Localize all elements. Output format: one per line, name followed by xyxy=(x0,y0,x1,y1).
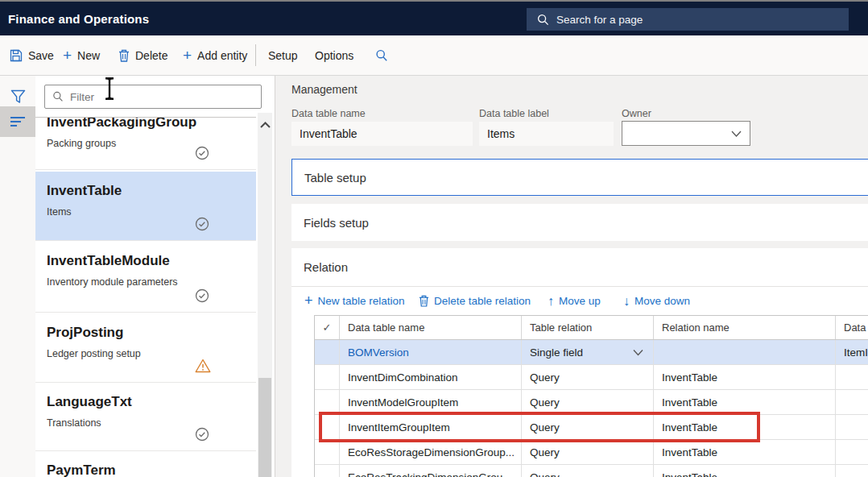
list-item-inventtable[interactable]: InventTable Items xyxy=(35,172,256,241)
status-check-icon xyxy=(195,427,209,442)
funnel-icon xyxy=(10,89,26,104)
select-all-header[interactable]: ✓ xyxy=(315,316,340,339)
page-search-placeholder: Search for a page xyxy=(556,14,643,26)
field-value-data-table-label: Items xyxy=(479,122,614,146)
entity-list: InventPackagingGroup Packing groups Inve… xyxy=(35,117,256,477)
chevron-down-icon xyxy=(731,129,742,139)
relation-name-cell[interactable] xyxy=(654,340,836,364)
list-lines-icon xyxy=(10,116,26,127)
options-menu[interactable]: Options xyxy=(315,35,353,75)
toolbar-separator xyxy=(255,44,256,66)
column-header-table-relation[interactable]: Table relation xyxy=(522,316,654,339)
delete-button[interactable]: Delete xyxy=(118,35,167,75)
search-icon xyxy=(537,14,549,26)
page-search-box[interactable]: Search for a page xyxy=(527,8,849,31)
status-check-icon xyxy=(195,288,209,303)
move-down-button[interactable]: ↓ Move down xyxy=(623,288,690,314)
row-selector-cell[interactable] xyxy=(315,340,340,364)
entity-sidebar: InventPackagingGroup Packing groups Inve… xyxy=(35,76,275,477)
sidebar-filter[interactable] xyxy=(44,85,262,109)
plus-icon: + xyxy=(63,47,72,64)
list-item-paymterm[interactable]: PaymTerm xyxy=(35,451,256,477)
status-check-icon xyxy=(195,146,209,160)
trash-icon xyxy=(419,295,429,307)
data-field-cell[interactable]: ItemId xyxy=(836,340,868,364)
column-header-data-field-name[interactable]: Data field n xyxy=(836,316,868,339)
owner-dropdown[interactable] xyxy=(622,121,750,146)
setup-menu[interactable]: Setup xyxy=(268,35,298,75)
grid-row-inventdimcombination[interactable]: InventDimCombination Query InventTable xyxy=(315,365,868,390)
row-selector-cell[interactable] xyxy=(315,465,340,477)
move-up-button[interactable]: ↑ Move up xyxy=(548,288,601,314)
field-label-data-table-name: Data table name xyxy=(291,108,366,119)
table-relation-dropdown-cell[interactable]: Single field xyxy=(522,340,654,364)
new-button[interactable]: + New xyxy=(63,35,100,75)
list-item-inventpackaginggroup[interactable]: InventPackagingGroup Packing groups xyxy=(35,117,256,170)
left-rail xyxy=(0,76,35,477)
row-selector-cell[interactable] xyxy=(315,415,340,439)
row-selector-cell[interactable] xyxy=(315,365,340,389)
plus-icon: + xyxy=(304,292,313,309)
field-value-data-table-name: InventTable xyxy=(291,122,473,146)
table-name-link[interactable]: BOMVersion xyxy=(348,346,409,359)
add-entity-button[interactable]: + Add entity xyxy=(183,35,247,75)
new-table-relation-button[interactable]: + New table relation xyxy=(304,288,405,314)
section-relation-header[interactable]: Relation xyxy=(291,248,868,287)
grid-row-ecorestrackingdimensiongroup[interactable]: EcoResTrackingDimensionGrou... Query Inv… xyxy=(315,465,868,477)
field-label-data-table-label: Data table label xyxy=(479,108,549,119)
row-selector-cell[interactable] xyxy=(315,390,340,414)
search-icon xyxy=(52,91,64,102)
status-warning-icon xyxy=(195,359,211,373)
scrollbar-thumb[interactable] xyxy=(258,378,271,477)
arrow-down-icon: ↓ xyxy=(623,294,630,309)
filter-input[interactable] xyxy=(70,91,247,103)
list-item-projposting[interactable]: ProjPosting Ledger posting setup xyxy=(35,313,256,383)
delete-table-relation-button[interactable]: Delete table relation xyxy=(419,288,531,314)
app-header: Finance and Operations Search for a page xyxy=(0,2,868,35)
column-header-relation-name[interactable]: Relation name xyxy=(654,316,836,339)
list-item-languagetxt[interactable]: LanguageTxt Translations xyxy=(35,383,256,451)
grid-row-inventitemgroupitem[interactable]: InventItemGroupItem Query InventTable xyxy=(315,415,868,440)
section-table-setup[interactable]: Table setup xyxy=(291,159,868,196)
chevron-up-icon xyxy=(260,122,271,128)
list-pane-button[interactable] xyxy=(0,106,35,137)
relations-grid: ✓ Data table name Table relation Relatio… xyxy=(314,315,868,477)
app-title: Finance and Operations xyxy=(8,2,149,35)
checkmark-icon: ✓ xyxy=(323,321,332,334)
field-label-owner: Owner xyxy=(622,108,651,119)
chevron-down-icon xyxy=(633,349,643,356)
toolbar-search-button[interactable] xyxy=(375,35,388,75)
text-cursor xyxy=(102,77,117,101)
search-icon xyxy=(375,49,388,62)
scroll-up-button[interactable] xyxy=(258,116,272,134)
grid-row-ecoresstoragedimensiongroup[interactable]: EcoResStorageDimensionGroup... Query Inv… xyxy=(315,440,868,465)
section-fields-setup[interactable]: Fields setup xyxy=(291,204,868,241)
trash-icon xyxy=(118,49,130,62)
grid-row-bomversion[interactable]: BOMVersion Single field ItemId xyxy=(315,340,868,365)
column-header-data-table-name[interactable]: Data table name xyxy=(340,316,522,339)
section-relation: Relation + New table relation Delete tab… xyxy=(291,248,868,477)
arrow-up-icon: ↑ xyxy=(548,294,554,309)
save-icon xyxy=(10,49,23,62)
status-check-icon xyxy=(195,217,209,231)
group-label-management: Management xyxy=(291,83,358,96)
details-panel: Management Data table name InventTable D… xyxy=(276,76,868,477)
owner-value xyxy=(622,127,630,139)
plus-icon: + xyxy=(183,47,192,64)
row-selector-cell[interactable] xyxy=(315,440,340,464)
list-item-inventtablemodule[interactable]: InventTableModule Inventory module param… xyxy=(35,242,256,313)
grid-row-inventmodelgroupitem[interactable]: InventModelGroupItem Query InventTable xyxy=(315,390,868,415)
grid-header-row: ✓ Data table name Table relation Relatio… xyxy=(315,316,868,340)
save-button[interactable]: Save xyxy=(10,35,54,75)
sidebar-scrollbar[interactable] xyxy=(258,113,272,477)
command-bar: Save + New Delete + Add entity Setup Opt… xyxy=(0,35,868,76)
